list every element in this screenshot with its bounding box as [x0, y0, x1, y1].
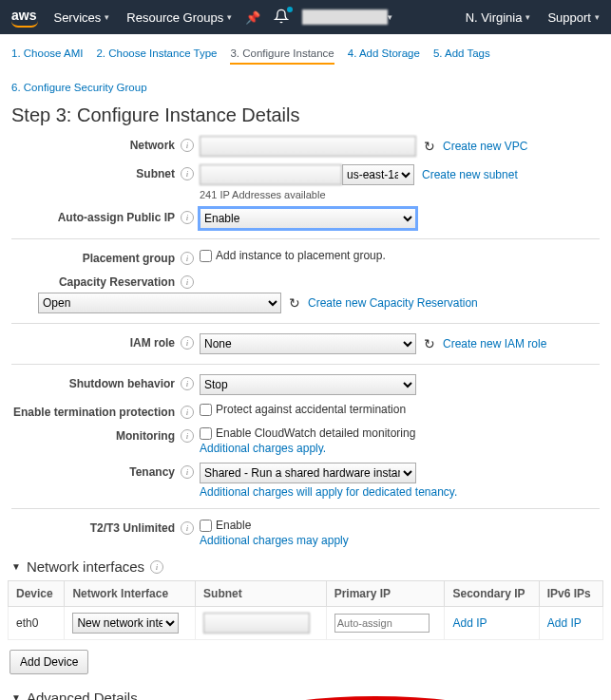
placement-checkbox[interactable] — [200, 250, 212, 262]
cell-device: eth0 — [9, 607, 65, 640]
section-title: Network interfaces — [27, 558, 144, 575]
network-interfaces-table: Device Network Interface Subnet Primary … — [8, 580, 603, 640]
disclosure-triangle-icon: ▼ — [11, 561, 21, 572]
top-nav: aws Services▾ Resource Groups▾ 📌 ▾ N. Vi… — [0, 0, 611, 34]
info-icon[interactable]: i — [181, 211, 194, 224]
step-1[interactable]: 1. Choose AMI — [11, 44, 83, 65]
step-2[interactable]: 2. Choose Instance Type — [96, 44, 217, 65]
info-icon[interactable]: i — [181, 275, 194, 289]
info-icon[interactable]: i — [181, 167, 194, 180]
monitoring-charges-link[interactable]: Additional charges apply. — [200, 442, 326, 455]
info-icon[interactable]: i — [181, 139, 194, 152]
info-icon[interactable]: i — [150, 560, 163, 574]
shutdown-select[interactable]: Stop — [200, 374, 416, 395]
iface-subnet-select[interactable] — [203, 613, 310, 634]
info-icon[interactable]: i — [181, 429, 194, 443]
col-ipv6: IPv6 IPs — [539, 581, 602, 607]
label-subnet: Subnet — [136, 167, 175, 180]
label-tenancy: Tenancy — [129, 465, 175, 479]
step-6[interactable]: 6. Configure Security Group — [11, 78, 147, 97]
aws-logo: aws — [11, 8, 36, 27]
tenancy-select[interactable]: Shared - Run a shared hardware instance — [200, 463, 416, 483]
refresh-icon[interactable]: ↻ — [424, 139, 435, 154]
capacity-select[interactable]: Open — [38, 293, 281, 313]
step-3: 3. Configure Instance — [230, 44, 334, 65]
label-iam: IAM role — [130, 336, 175, 350]
notification-dot — [287, 7, 293, 12]
label-capacity: Capacity Reservation — [59, 275, 175, 289]
label-monitoring: Monitoring — [116, 429, 175, 443]
t2t3-charges-link[interactable]: Additional charges may apply — [200, 534, 349, 547]
nav-support[interactable]: Support▾ — [547, 10, 600, 25]
nav-region[interactable]: N. Virginia▾ — [466, 10, 531, 25]
info-icon[interactable]: i — [181, 252, 194, 265]
configure-form: Networki ↻ Create new VPC Subneti us-eas… — [0, 132, 611, 551]
placement-checkbox-label: Add instance to placement group. — [216, 249, 386, 262]
label-network: Network — [130, 139, 175, 152]
subnet-availability: 241 IP Addresses available — [200, 189, 326, 200]
termprot-checkbox[interactable] — [200, 404, 212, 416]
info-icon[interactable]: i — [181, 465, 194, 479]
t2t3-label: Enable — [216, 519, 251, 532]
label-termprot: Enable termination protection — [13, 406, 175, 419]
refresh-icon[interactable]: ↻ — [289, 295, 300, 311]
add-ipv6-link[interactable]: Add IP — [547, 616, 582, 630]
subnet-az-select[interactable]: us-east-1a — [342, 164, 414, 185]
table-row: eth0 New network interface Add IP Add IP — [9, 607, 603, 640]
info-icon[interactable]: i — [181, 521, 194, 535]
create-subnet-link[interactable]: Create new subnet — [422, 168, 518, 181]
section-network-interfaces[interactable]: ▼ Network interfaces i — [0, 551, 611, 578]
page-title: Step 3: Configure Instance Details — [0, 103, 611, 132]
create-vpc-link[interactable]: Create new VPC — [443, 140, 527, 153]
termprot-label: Protect against accidental termination — [216, 403, 406, 416]
iface-select[interactable]: New network interface — [72, 613, 179, 634]
label-shutdown: Shutdown behavior — [69, 377, 175, 390]
create-iam-link[interactable]: Create new IAM role — [443, 337, 546, 350]
info-icon[interactable]: i — [181, 336, 194, 350]
add-secondary-ip-link[interactable]: Add IP — [452, 616, 487, 630]
network-select[interactable] — [200, 136, 416, 157]
label-t2t3: T2/T3 Unlimited — [90, 521, 175, 535]
bell-icon[interactable] — [274, 9, 289, 27]
primary-ip-input[interactable] — [334, 614, 430, 633]
col-subnet: Subnet — [196, 581, 327, 607]
nav-resource-groups[interactable]: Resource Groups▾ — [126, 10, 232, 25]
wizard-steps: 1. Choose AMI 2. Choose Instance Type 3.… — [0, 34, 611, 103]
chevron-down-icon: ▾ — [388, 12, 392, 22]
nav-services[interactable]: Services▾ — [53, 10, 109, 25]
section-title: Advanced Details — [27, 690, 138, 700]
nav-account[interactable] — [302, 9, 388, 25]
col-interface: Network Interface — [65, 581, 196, 607]
add-device-button[interactable]: Add Device — [10, 650, 88, 674]
chevron-down-icon: ▾ — [525, 12, 530, 22]
auto-ip-select[interactable]: Enable — [200, 208, 416, 229]
monitoring-label: Enable CloudWatch detailed monitoring — [216, 426, 415, 440]
monitoring-checkbox[interactable] — [200, 427, 212, 440]
tenancy-charges-link[interactable]: Additional charges will apply for dedica… — [200, 485, 457, 499]
col-primary-ip: Primary IP — [326, 581, 445, 607]
pin-icon[interactable]: 📌 — [245, 10, 260, 25]
refresh-icon[interactable]: ↻ — [424, 336, 435, 351]
chevron-down-icon: ▾ — [227, 12, 232, 22]
t2t3-checkbox[interactable] — [200, 520, 212, 532]
iam-select[interactable]: None — [200, 333, 416, 354]
chevron-down-icon: ▾ — [105, 12, 109, 22]
info-icon[interactable]: i — [181, 406, 194, 419]
label-placement: Placement group — [83, 252, 175, 265]
create-capacity-link[interactable]: Create new Capacity Reservation — [308, 296, 478, 310]
section-advanced-details[interactable]: ▼ Advanced Details — [0, 682, 611, 700]
label-auto-ip: Auto-assign Public IP — [58, 211, 175, 224]
chevron-down-icon: ▾ — [595, 12, 600, 22]
step-4[interactable]: 4. Add Storage — [348, 44, 420, 65]
col-device: Device — [9, 581, 65, 607]
col-secondary-ip: Secondary IP — [445, 581, 539, 607]
info-icon[interactable]: i — [181, 377, 194, 390]
step-5[interactable]: 5. Add Tags — [433, 44, 490, 65]
disclosure-triangle-icon: ▼ — [11, 692, 21, 700]
subnet-select[interactable] — [200, 164, 342, 185]
